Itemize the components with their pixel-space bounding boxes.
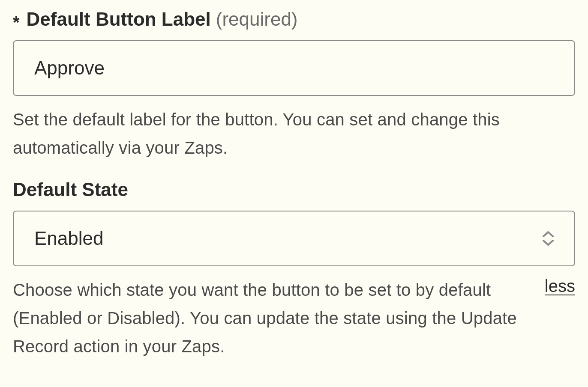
default-state-title: Default State [13,179,128,200]
default-button-label-title: Default Button Label [27,9,211,30]
default-button-label-input[interactable] [13,40,575,96]
chevron-up-down-icon [542,230,555,247]
field-label-row: * Default Button Label (required) [13,9,575,30]
default-state-select[interactable]: Enabled [13,211,575,266]
default-state-value: Enabled [34,228,103,249]
field-label-row: Default State [13,179,575,200]
required-asterisk: * [13,14,20,31]
default-state-help: Choose which state you want the button t… [13,276,528,360]
default-state-help-row: Choose which state you want the button t… [13,276,575,360]
default-state-field: Default State Enabled Choose which state… [13,179,575,360]
required-suffix: (required) [216,9,298,30]
default-button-label-help: Set the default label for the button. Yo… [13,105,575,162]
less-toggle-link[interactable]: less [545,277,575,296]
default-button-label-field: * Default Button Label (required) Set th… [13,9,575,162]
default-state-select-wrap: Enabled [13,211,575,266]
